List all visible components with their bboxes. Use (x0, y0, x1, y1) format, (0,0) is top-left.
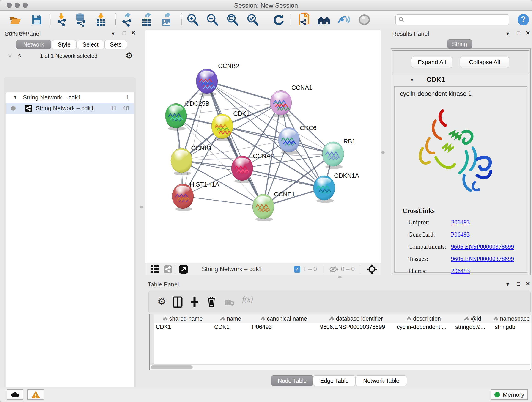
node-table[interactable]: shared namenamecanonical namedatabase id… (149, 314, 531, 370)
table-header-row[interactable]: shared namenamecanonical namedatabase id… (153, 314, 531, 323)
tab-node-table[interactable]: Node Table (271, 375, 313, 386)
save-session-button[interactable] (29, 12, 44, 27)
network-canvas[interactable]: CCNB2CCNA1CDC25BCDK1CDC6RB1CCNB1CCNA2CDK… (146, 30, 380, 263)
table-cell[interactable]: P06493 (251, 323, 318, 331)
crosslink-link[interactable]: 9606.ENSP00000378699 (451, 243, 514, 250)
horizontal-scrollbar[interactable] (150, 364, 530, 370)
scrollbar-thumb[interactable] (151, 365, 193, 369)
column-header--id[interactable]: @id (453, 314, 493, 323)
warning-status-button[interactable] (27, 389, 44, 400)
search-icon (399, 17, 404, 23)
table-options-gear-icon[interactable]: ⚙ (157, 296, 166, 307)
crosslink-row: Tissues:9606.ENSP00000378699 (408, 253, 527, 265)
zoom-out-button[interactable] (205, 12, 220, 27)
import-network-from-file-button[interactable] (54, 12, 69, 27)
export-network-button[interactable] (119, 12, 134, 27)
crosslink-link[interactable]: P06493 (451, 219, 470, 226)
network-from-file-button[interactable] (297, 12, 312, 27)
crosslink-row: GeneCard:P06493 (408, 229, 527, 241)
pan-crosshair-icon[interactable] (367, 264, 377, 274)
help-button[interactable]: ? (516, 12, 531, 27)
export-table-button[interactable] (139, 12, 154, 27)
open-session-button[interactable] (8, 12, 23, 27)
home-networks-button[interactable] (317, 12, 331, 27)
tab-style[interactable]: Style (52, 40, 76, 49)
export-image-button[interactable] (159, 12, 174, 27)
float-panel-icon[interactable]: □ (517, 30, 520, 36)
table-cell[interactable]: stringdb (494, 323, 531, 331)
tab-network[interactable]: Network (16, 40, 51, 49)
zoom-in-button[interactable] (185, 12, 200, 27)
crosslink-link[interactable]: P06493 (451, 231, 470, 238)
table-cell[interactable]: cyclin-dependent ... (396, 323, 453, 331)
add-column-icon[interactable] (190, 296, 200, 308)
show-graphics-details-button[interactable] (336, 12, 351, 27)
node-label: CDKN1A (334, 172, 359, 179)
search-box[interactable] (395, 14, 509, 25)
network-collection-row[interactable]: ▼ String Network – cdk1 1 (6, 92, 134, 103)
close-panel-icon[interactable]: ✕ (526, 30, 530, 36)
zoom-fit-button[interactable] (225, 12, 240, 27)
float-panel-icon[interactable]: □ (517, 281, 520, 287)
expand-all-networks-icon[interactable]: » (17, 52, 21, 60)
crosslink-row: Compartments:9606.ENSP00000378699 (408, 241, 527, 253)
float-panel-icon[interactable]: □ (123, 30, 126, 36)
tab-string[interactable]: String (447, 39, 472, 49)
crosslink-link[interactable]: 9606.ENSP00000378699 (451, 255, 514, 262)
tab-network-table[interactable]: Network Table (355, 375, 407, 386)
collapse-panel-icon[interactable]: ▾ (506, 31, 509, 36)
column-header-description[interactable]: description (394, 314, 453, 323)
zoom-selected-button[interactable] (245, 12, 260, 27)
close-panel-icon[interactable]: ✕ (131, 30, 136, 36)
collapse-panel-icon[interactable]: ▾ (506, 281, 509, 287)
table-cell[interactable]: 9606.ENSP00000378699 (319, 323, 394, 331)
network-tree: ▼ String Network – cdk1 1 String Network… (6, 92, 134, 402)
tab-edge-table[interactable]: Edge Table (313, 375, 355, 386)
memory-button[interactable]: Memory (491, 389, 528, 400)
collapse-all-button[interactable]: Collapse All (460, 57, 509, 68)
selected-counts: 1 – 0 (303, 266, 317, 273)
node-label: CCNA1 (291, 84, 312, 91)
collection-label: String Network – cdk1 (23, 94, 81, 101)
grid-view-icon[interactable] (151, 265, 158, 273)
column-header-namespace[interactable]: namespace (493, 314, 531, 323)
network-row-selected[interactable]: String Network – cdk1 11 48 (6, 103, 134, 114)
import-table-from-file-button[interactable] (94, 12, 108, 27)
column-header-canonical-name[interactable]: canonical name (250, 314, 318, 323)
collection-count: 1 (126, 94, 129, 101)
import-network-from-database-button[interactable] (73, 12, 88, 27)
network-share-icon[interactable] (164, 265, 172, 274)
refresh-view-button[interactable] (271, 12, 286, 27)
cloud-status-button[interactable] (7, 389, 23, 400)
status-bar: Memory (0, 387, 532, 402)
collapse-panel-icon[interactable]: ▾ (112, 31, 114, 36)
network-view-panel[interactable]: CCNB2CCNA1CDC25BCDK1CDC6RB1CCNB1CCNA2CDK… (145, 30, 381, 275)
expand-all-button[interactable]: Expand All (411, 57, 452, 68)
table-cell[interactable]: CDK1 (155, 323, 212, 331)
network-edge (183, 81, 207, 196)
collapse-all-networks-icon[interactable]: » (9, 52, 13, 60)
network-options-gear-icon[interactable]: ⚙ (126, 51, 133, 60)
close-panel-icon[interactable]: ✕ (526, 281, 530, 287)
show-columns-icon[interactable] (172, 296, 183, 308)
column-header-database-identifier[interactable]: database identifier (318, 314, 395, 323)
selected-checkbox-icon[interactable]: ✓ (294, 266, 300, 273)
section-collapse-icon[interactable]: ▼ (410, 77, 414, 83)
crosslink-row: Uniprot:P06493 (408, 216, 527, 229)
collection-expand-icon[interactable]: ▼ (13, 95, 17, 100)
column-header-name[interactable]: name (212, 314, 250, 323)
left-splitter-handle[interactable] (140, 206, 143, 208)
delete-column-icon[interactable] (206, 296, 216, 308)
tab-select[interactable]: Select (77, 40, 104, 49)
search-input[interactable] (404, 16, 501, 23)
right-splitter-handle[interactable] (381, 151, 385, 154)
birds-eye-view-button[interactable] (357, 12, 372, 27)
bottom-splitter-handle[interactable] (338, 276, 342, 279)
table-cell[interactable]: stringdb:9... (454, 323, 493, 331)
detach-view-icon[interactable] (179, 265, 188, 274)
table-cell[interactable]: CDK1 (213, 323, 250, 331)
crosslink-link[interactable]: P06493 (451, 268, 470, 274)
tab-sets[interactable]: Sets (104, 40, 127, 49)
column-header-shared-name[interactable]: shared name (153, 314, 212, 323)
table-row[interactable]: CDK1CDK1P064939606.ENSP00000378699cyclin… (153, 323, 531, 332)
